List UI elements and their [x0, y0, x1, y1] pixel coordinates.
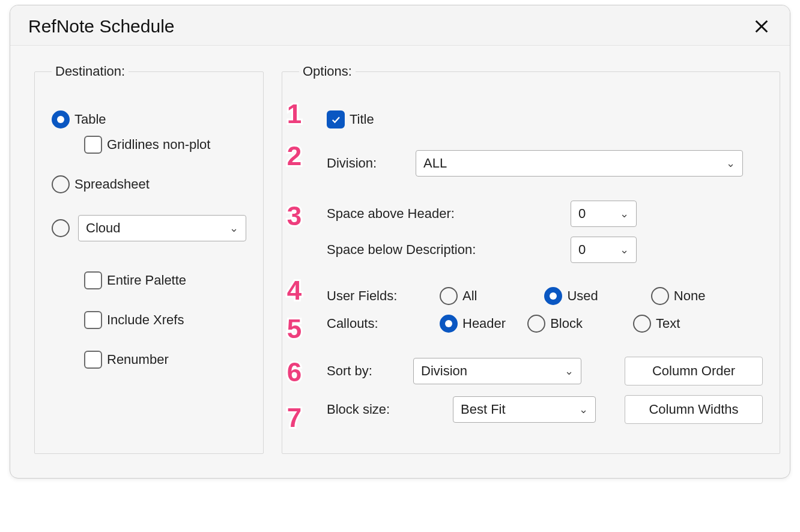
close-icon: [753, 18, 770, 35]
annotation-5: 5: [279, 312, 310, 346]
division-label: Division:: [327, 156, 405, 171]
division-value: ALL: [423, 156, 447, 171]
block-size-label: Block size:: [327, 402, 399, 417]
options-legend: Options:: [299, 64, 356, 79]
checkbox-icon: [84, 311, 102, 329]
block-size-value: Best Fit: [461, 402, 506, 417]
checkbox-renumber-label: Renumber: [107, 352, 169, 367]
radio-mark-icon: [440, 315, 458, 333]
checkbox-icon: [84, 136, 102, 154]
checkbox-title-label: Title: [350, 112, 374, 127]
column-widths-button[interactable]: Column Widths: [625, 395, 763, 424]
radio-mark-icon: [52, 219, 70, 237]
annotation-7: 7: [279, 401, 310, 435]
sort-by-label: Sort by:: [327, 363, 399, 379]
radio-mark-icon: [544, 287, 562, 305]
checkbox-entire-palette[interactable]: Entire Palette: [84, 271, 246, 289]
radio-mark-icon: [633, 315, 651, 333]
annotation-2: 2: [279, 139, 310, 173]
radio-mark-icon: [52, 110, 70, 128]
space-below-value: 0: [578, 242, 586, 258]
block-size-select[interactable]: Best Fit ⌄: [453, 396, 596, 423]
annotation-3: 3: [279, 199, 310, 233]
space-below-label: Space below Description:: [327, 242, 513, 258]
radio-co-text[interactable]: Text: [633, 315, 680, 333]
radio-uf-none-label: None: [674, 288, 706, 304]
sort-by-value: Division: [421, 363, 467, 379]
chevron-down-icon: ⌄: [620, 243, 629, 256]
checkbox-include-xrefs-label: Include Xrefs: [107, 312, 184, 328]
cloud-select-value: Cloud: [86, 220, 120, 236]
chevron-down-icon: ⌄: [565, 364, 574, 378]
radio-mark-icon: [440, 287, 458, 305]
radio-uf-none[interactable]: None: [651, 287, 706, 305]
options-group: Options: 1 2 3 4 5 6 7 Title: [282, 64, 780, 454]
close-button[interactable]: [751, 16, 772, 37]
checkbox-gridlines-label: Gridlines non-plot: [107, 137, 210, 153]
checkbox-icon: [84, 271, 102, 289]
space-above-select[interactable]: 0 ⌄: [571, 201, 637, 227]
chevron-down-icon: ⌄: [229, 222, 238, 235]
radio-uf-used-label: Used: [567, 288, 598, 304]
space-below-select[interactable]: 0 ⌄: [571, 237, 637, 263]
radio-co-block[interactable]: Block: [527, 315, 583, 333]
sort-by-select[interactable]: Division ⌄: [413, 358, 581, 384]
cloud-select[interactable]: Cloud ⌄: [78, 215, 246, 241]
division-select[interactable]: ALL ⌄: [416, 150, 743, 177]
checkbox-icon: [84, 351, 102, 369]
chevron-down-icon: ⌄: [726, 157, 735, 170]
dialog-title: RefNote Schedule: [28, 16, 175, 37]
radio-co-header-label: Header: [462, 316, 506, 331]
radio-spreadsheet[interactable]: Spreadsheet: [52, 175, 246, 193]
radio-co-header[interactable]: Header: [440, 315, 506, 333]
radio-spreadsheet-label: Spreadsheet: [74, 177, 150, 192]
radio-mark-icon: [52, 175, 70, 193]
destination-legend: Destination:: [52, 64, 129, 79]
chevron-down-icon: ⌄: [620, 207, 629, 220]
annotation-1: 1: [279, 97, 310, 131]
radio-table-label: Table: [74, 112, 106, 127]
annotation-6: 6: [279, 355, 310, 389]
checkbox-include-xrefs[interactable]: Include Xrefs: [84, 311, 246, 329]
refnote-schedule-dialog: RefNote Schedule Destination: Table Grid…: [10, 5, 790, 479]
radio-table[interactable]: Table: [52, 110, 246, 128]
annotation-4: 4: [279, 274, 310, 307]
chevron-down-icon: ⌄: [579, 403, 588, 416]
checkbox-gridlines[interactable]: Gridlines non-plot: [84, 136, 246, 154]
space-above-value: 0: [578, 206, 586, 222]
space-above-label: Space above Header:: [327, 206, 513, 222]
radio-cloud[interactable]: [52, 219, 70, 237]
checkbox-icon: [327, 110, 345, 128]
radio-co-text-label: Text: [656, 316, 680, 331]
title-bar: RefNote Schedule: [10, 5, 790, 46]
radio-co-block-label: Block: [550, 316, 583, 331]
radio-mark-icon: [651, 287, 669, 305]
radio-uf-all-label: All: [462, 288, 477, 304]
column-order-button[interactable]: Column Order: [625, 357, 763, 385]
callouts-label: Callouts:: [327, 316, 429, 331]
checkbox-entire-palette-label: Entire Palette: [107, 273, 186, 288]
radio-uf-used[interactable]: Used: [544, 287, 598, 305]
user-fields-label: User Fields:: [327, 288, 429, 304]
destination-group: Destination: Table Gridlines non-plot Sp…: [34, 64, 264, 454]
checkbox-title[interactable]: Title: [327, 110, 763, 128]
checkbox-renumber[interactable]: Renumber: [84, 351, 246, 369]
radio-uf-all[interactable]: All: [440, 287, 477, 305]
radio-mark-icon: [527, 315, 545, 333]
